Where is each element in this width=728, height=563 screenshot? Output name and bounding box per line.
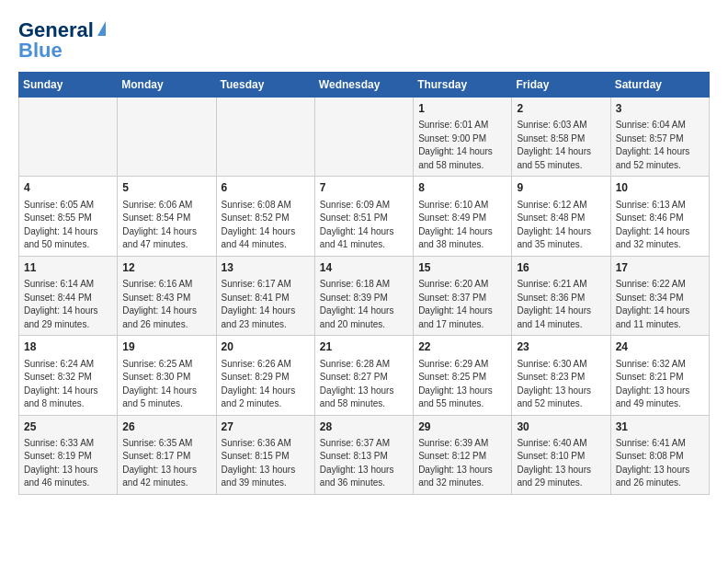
logo-blue: Blue [18, 39, 63, 63]
day-number: 9 [517, 180, 605, 196]
calendar-cell: 17Sunrise: 6:22 AM Sunset: 8:34 PM Dayli… [610, 256, 709, 335]
day-number: 3 [616, 101, 704, 117]
day-details: Sunrise: 6:14 AM Sunset: 8:44 PM Dayligh… [24, 278, 112, 331]
day-number: 13 [222, 260, 310, 276]
week-row-2: 4Sunrise: 6:05 AM Sunset: 8:55 PM Daylig… [19, 177, 710, 256]
day-number: 5 [122, 180, 210, 196]
day-number: 25 [24, 419, 112, 435]
day-details: Sunrise: 6:25 AM Sunset: 8:30 PM Dayligh… [122, 358, 210, 411]
calendar-cell: 4Sunrise: 6:05 AM Sunset: 8:55 PM Daylig… [19, 177, 118, 256]
calendar-cell [19, 98, 118, 177]
day-number: 21 [320, 339, 408, 355]
calendar-cell: 7Sunrise: 6:09 AM Sunset: 8:51 PM Daylig… [314, 177, 413, 256]
day-details: Sunrise: 6:04 AM Sunset: 8:57 PM Dayligh… [616, 119, 704, 172]
day-details: Sunrise: 6:09 AM Sunset: 8:51 PM Dayligh… [320, 199, 408, 252]
day-details: Sunrise: 6:35 AM Sunset: 8:17 PM Dayligh… [122, 437, 210, 490]
logo-triangle-icon [97, 21, 106, 36]
day-number: 23 [517, 339, 605, 355]
weekday-header-row: SundayMondayTuesdayWednesdayThursdayFrid… [19, 73, 710, 98]
day-details: Sunrise: 6:17 AM Sunset: 8:41 PM Dayligh… [222, 278, 310, 331]
day-details: Sunrise: 6:08 AM Sunset: 8:52 PM Dayligh… [222, 199, 310, 252]
day-number: 18 [24, 339, 112, 355]
calendar-cell: 14Sunrise: 6:18 AM Sunset: 8:39 PM Dayli… [314, 256, 413, 335]
calendar-cell: 22Sunrise: 6:29 AM Sunset: 8:25 PM Dayli… [414, 336, 512, 415]
calendar-cell: 11Sunrise: 6:14 AM Sunset: 8:44 PM Dayli… [19, 256, 118, 335]
weekday-header-sunday: Sunday [19, 73, 118, 98]
calendar-cell: 24Sunrise: 6:32 AM Sunset: 8:21 PM Dayli… [610, 336, 709, 415]
day-details: Sunrise: 6:28 AM Sunset: 8:27 PM Dayligh… [320, 358, 408, 411]
day-number: 16 [517, 260, 605, 276]
day-number: 24 [616, 339, 704, 355]
calendar-cell: 13Sunrise: 6:17 AM Sunset: 8:41 PM Dayli… [216, 256, 314, 335]
day-details: Sunrise: 6:05 AM Sunset: 8:55 PM Dayligh… [24, 199, 112, 252]
day-details: Sunrise: 6:21 AM Sunset: 8:36 PM Dayligh… [517, 278, 605, 331]
calendar-cell: 28Sunrise: 6:37 AM Sunset: 8:13 PM Dayli… [314, 415, 413, 494]
day-details: Sunrise: 6:01 AM Sunset: 9:00 PM Dayligh… [418, 119, 506, 172]
day-number: 17 [616, 260, 704, 276]
day-details: Sunrise: 6:26 AM Sunset: 8:29 PM Dayligh… [222, 358, 310, 411]
calendar-cell: 2Sunrise: 6:03 AM Sunset: 8:58 PM Daylig… [512, 98, 610, 177]
day-details: Sunrise: 6:33 AM Sunset: 8:19 PM Dayligh… [24, 437, 112, 490]
calendar-cell: 10Sunrise: 6:13 AM Sunset: 8:46 PM Dayli… [610, 177, 709, 256]
day-details: Sunrise: 6:18 AM Sunset: 8:39 PM Dayligh… [320, 278, 408, 331]
calendar-cell: 26Sunrise: 6:35 AM Sunset: 8:17 PM Dayli… [118, 415, 216, 494]
calendar-cell: 27Sunrise: 6:36 AM Sunset: 8:15 PM Dayli… [216, 415, 314, 494]
weekday-header-tuesday: Tuesday [216, 73, 314, 98]
calendar-cell [216, 98, 314, 177]
day-details: Sunrise: 6:36 AM Sunset: 8:15 PM Dayligh… [222, 437, 310, 490]
day-details: Sunrise: 6:20 AM Sunset: 8:37 PM Dayligh… [418, 278, 506, 331]
day-number: 4 [24, 180, 112, 196]
day-number: 2 [517, 101, 605, 117]
calendar-cell: 12Sunrise: 6:16 AM Sunset: 8:43 PM Dayli… [118, 256, 216, 335]
day-number: 20 [222, 339, 310, 355]
calendar-cell: 1Sunrise: 6:01 AM Sunset: 9:00 PM Daylig… [414, 98, 512, 177]
calendar-cell: 18Sunrise: 6:24 AM Sunset: 8:32 PM Dayli… [19, 336, 118, 415]
weekday-header-saturday: Saturday [610, 73, 709, 98]
day-number: 1 [418, 101, 506, 117]
day-details: Sunrise: 6:06 AM Sunset: 8:54 PM Dayligh… [122, 199, 210, 252]
day-details: Sunrise: 6:37 AM Sunset: 8:13 PM Dayligh… [320, 437, 408, 490]
page-header: General Blue [18, 18, 710, 63]
weekday-header-wednesday: Wednesday [314, 73, 413, 98]
day-details: Sunrise: 6:12 AM Sunset: 8:48 PM Dayligh… [517, 199, 605, 252]
day-number: 14 [320, 260, 408, 276]
day-details: Sunrise: 6:30 AM Sunset: 8:23 PM Dayligh… [517, 358, 605, 411]
day-number: 11 [24, 260, 112, 276]
weekday-header-friday: Friday [512, 73, 610, 98]
day-details: Sunrise: 6:32 AM Sunset: 8:21 PM Dayligh… [616, 358, 704, 411]
calendar-table: SundayMondayTuesdayWednesdayThursdayFrid… [18, 72, 710, 495]
day-number: 12 [122, 260, 210, 276]
calendar-cell: 19Sunrise: 6:25 AM Sunset: 8:30 PM Dayli… [118, 336, 216, 415]
day-details: Sunrise: 6:13 AM Sunset: 8:46 PM Dayligh… [616, 199, 704, 252]
day-number: 8 [418, 180, 506, 196]
calendar-cell: 9Sunrise: 6:12 AM Sunset: 8:48 PM Daylig… [512, 177, 610, 256]
calendar-cell: 5Sunrise: 6:06 AM Sunset: 8:54 PM Daylig… [118, 177, 216, 256]
weekday-header-monday: Monday [118, 73, 216, 98]
logo: General Blue [18, 18, 106, 63]
day-details: Sunrise: 6:29 AM Sunset: 8:25 PM Dayligh… [418, 358, 506, 411]
day-details: Sunrise: 6:24 AM Sunset: 8:32 PM Dayligh… [24, 358, 112, 411]
day-details: Sunrise: 6:40 AM Sunset: 8:10 PM Dayligh… [517, 437, 605, 490]
calendar-cell: 3Sunrise: 6:04 AM Sunset: 8:57 PM Daylig… [610, 98, 709, 177]
weekday-header-thursday: Thursday [414, 73, 512, 98]
day-details: Sunrise: 6:41 AM Sunset: 8:08 PM Dayligh… [616, 437, 704, 490]
calendar-cell: 8Sunrise: 6:10 AM Sunset: 8:49 PM Daylig… [414, 177, 512, 256]
calendar-cell: 15Sunrise: 6:20 AM Sunset: 8:37 PM Dayli… [414, 256, 512, 335]
week-row-1: 1Sunrise: 6:01 AM Sunset: 9:00 PM Daylig… [19, 98, 710, 177]
calendar-cell [118, 98, 216, 177]
day-number: 6 [222, 180, 310, 196]
day-number: 15 [418, 260, 506, 276]
day-details: Sunrise: 6:03 AM Sunset: 8:58 PM Dayligh… [517, 119, 605, 172]
calendar-cell: 20Sunrise: 6:26 AM Sunset: 8:29 PM Dayli… [216, 336, 314, 415]
calendar-cell [314, 98, 413, 177]
day-number: 7 [320, 180, 408, 196]
calendar-cell: 31Sunrise: 6:41 AM Sunset: 8:08 PM Dayli… [610, 415, 709, 494]
day-number: 30 [517, 419, 605, 435]
calendar-cell: 25Sunrise: 6:33 AM Sunset: 8:19 PM Dayli… [19, 415, 118, 494]
week-row-3: 11Sunrise: 6:14 AM Sunset: 8:44 PM Dayli… [19, 256, 710, 335]
day-details: Sunrise: 6:16 AM Sunset: 8:43 PM Dayligh… [122, 278, 210, 331]
day-details: Sunrise: 6:10 AM Sunset: 8:49 PM Dayligh… [418, 199, 506, 252]
calendar-cell: 30Sunrise: 6:40 AM Sunset: 8:10 PM Dayli… [512, 415, 610, 494]
day-number: 22 [418, 339, 506, 355]
calendar-cell: 23Sunrise: 6:30 AM Sunset: 8:23 PM Dayli… [512, 336, 610, 415]
